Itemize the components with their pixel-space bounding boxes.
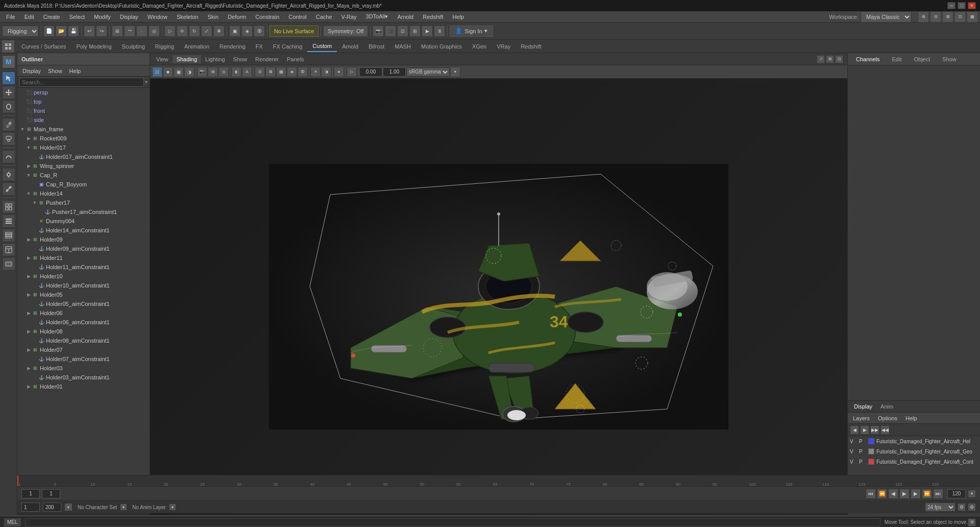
menu-cache[interactable]: Cache	[312, 13, 336, 21]
vp-corner-btn-1[interactable]: ↗	[817, 55, 825, 63]
range-end-field[interactable]	[947, 489, 966, 498]
goto-start-btn[interactable]: ⏮	[866, 489, 876, 499]
tab-arnold[interactable]: Arnold	[337, 41, 363, 52]
tree-item-front[interactable]: ⬛ front	[17, 106, 150, 115]
tree-item-dummy004[interactable]: ✕ Dummy004	[17, 217, 150, 226]
vp-grid-btn[interactable]: ⊞	[208, 67, 218, 77]
scale-tool-btn[interactable]: ⤢	[201, 26, 212, 37]
tree-item-pusher17[interactable]: ▼ ⊞ Pusher17	[17, 198, 150, 207]
tab-fx-caching[interactable]: FX Caching	[268, 41, 307, 52]
snap-grid-btn[interactable]: ⊞	[112, 26, 123, 37]
outliner-display-menu[interactable]: Display	[19, 67, 44, 75]
minimize-button[interactable]: ─	[947, 2, 955, 9]
vp-mode-texture[interactable]: ▣	[174, 67, 184, 77]
snap-normal-btn[interactable]: ⦿	[254, 26, 265, 37]
move-tool-icon[interactable]	[2, 86, 15, 99]
tree-item-holder03-aim[interactable]: ⚓ Holder03_aimConstraint1	[17, 373, 150, 382]
vp-select-btn[interactable]: ▷	[347, 67, 357, 77]
vp-btn-8[interactable]: ◈	[287, 67, 297, 77]
layers-layers-menu[interactable]: Layers	[850, 414, 873, 422]
no-live-surface-btn[interactable]: No Live Surface	[270, 26, 318, 37]
viewport-tab-panels[interactable]: Panels	[283, 55, 308, 63]
next-frame-btn[interactable]: ▶	[911, 489, 921, 499]
ik-handle-icon[interactable]	[2, 182, 15, 196]
ipr-btn[interactable]: ▶	[422, 26, 433, 37]
layout-btn-3[interactable]: ⊠	[942, 11, 953, 22]
status-options-btn[interactable]: ⚙	[968, 518, 976, 526]
viewport-tab-view[interactable]: View	[152, 55, 173, 63]
tree-item-holder09-aim[interactable]: ⚓ Holder09_aimConstraint1	[17, 244, 150, 253]
vp-light-btn[interactable]: ☀	[310, 67, 321, 77]
current-frame-field[interactable]	[21, 489, 40, 498]
goto-end-btn[interactable]: ⏭	[933, 489, 943, 499]
tab-vray[interactable]: VRay	[492, 41, 516, 52]
tab-curves-surfaces[interactable]: Curves / Surfaces	[16, 41, 71, 52]
tree-item-pusher17-aim[interactable]: ⚓ Pusher17_aimConstraint1	[17, 207, 150, 217]
tree-item-holder03[interactable]: ▶ ⊞ Holder03	[17, 364, 150, 373]
menu-create[interactable]: Create	[39, 13, 64, 21]
menu-file[interactable]: File	[2, 13, 19, 21]
render-sequence-btn[interactable]: ⊞	[409, 26, 421, 37]
attr-editor-icon[interactable]	[2, 243, 15, 256]
layout-btn-5[interactable]: ▦	[967, 11, 978, 22]
select-tool-icon[interactable]	[2, 71, 15, 85]
workspace-dropdown[interactable]: Maya Classic	[861, 11, 912, 22]
sign-in-btn[interactable]: 👤 Sign In ▾	[450, 26, 493, 37]
range-start-field[interactable]	[42, 489, 60, 498]
layout-btn-1[interactable]: ⊞	[918, 11, 929, 22]
vp-btn-6[interactable]: ⊠	[265, 67, 276, 77]
tree-item-holder05-aim[interactable]: ⚓ Holder05_aimConstraint1	[17, 299, 150, 308]
gamma-input[interactable]: 1.00	[383, 67, 406, 77]
exposure-field[interactable]: 0.00	[359, 67, 382, 77]
layers-prev-2-btn[interactable]: ◀◀	[880, 425, 890, 435]
snap-curve-btn[interactable]: 〜	[124, 26, 135, 37]
vp-corner-btn-2[interactable]: ⊞	[826, 55, 834, 63]
snap-view-btn[interactable]: ◎	[149, 26, 160, 37]
grid-view-icon[interactable]	[2, 200, 15, 213]
timeline-end-input[interactable]	[43, 502, 61, 512]
camera-btn-2[interactable]: 🎥	[385, 26, 396, 37]
tab-fx[interactable]: FX	[251, 41, 268, 52]
layers-prev-btn[interactable]: ◀	[850, 425, 859, 435]
layout-btn-2[interactable]: ⊟	[930, 11, 941, 22]
fps-select[interactable]: 24 fps	[925, 502, 955, 512]
vp-mode-wireframe[interactable]: ⊡	[152, 67, 162, 77]
step-fwd-btn[interactable]: ⏩	[922, 489, 932, 499]
vp-btn-5[interactable]: ⊟	[255, 67, 265, 77]
symmetry-btn[interactable]: Symmetry: Off	[323, 26, 368, 37]
menu-window[interactable]: Window	[143, 13, 172, 21]
anim-tab[interactable]: Anim	[876, 402, 897, 411]
tree-item-top[interactable]: ⬛ top	[17, 97, 150, 106]
save-scene-btn[interactable]: 💾	[68, 26, 79, 37]
no-anim-layer-options[interactable]: ▾	[169, 504, 176, 511]
vp-ao-btn[interactable]: ●	[334, 67, 344, 77]
viewport-canvas[interactable]: 34	[150, 79, 847, 515]
menu-redshift[interactable]: Redshift	[419, 13, 447, 21]
tree-item-holder10-aim[interactable]: ⚓ Holder10_aimConstraint1	[17, 281, 150, 290]
universal-manip-btn[interactable]: ❖	[213, 26, 225, 37]
tree-item-holder05[interactable]: ▶ ⊞ Holder05	[17, 290, 150, 299]
timeline-range-btn[interactable]: ▾	[64, 503, 72, 511]
tree-item-holder07-aim[interactable]: ⚓ Holder07_aimConstraint1	[17, 354, 150, 364]
tree-item-holder10[interactable]: ▶ ⊞ Holder10	[17, 272, 150, 281]
layers-help-menu[interactable]: Help	[902, 414, 920, 422]
list-view-icon[interactable]	[2, 214, 15, 228]
tab-xgen[interactable]: XGen	[467, 41, 492, 52]
vp-btn-7[interactable]: ▦	[276, 67, 286, 77]
redo-btn[interactable]: ↪	[96, 26, 107, 37]
layers-next-2-btn[interactable]: ▶▶	[870, 425, 879, 435]
paint-tool-icon[interactable]	[2, 118, 15, 131]
tree-item-holder08[interactable]: ▶ ⊞ Holder08	[17, 327, 150, 336]
viewport-tab-lighting[interactable]: Lighting	[201, 55, 229, 63]
script-mode[interactable]: MEL	[4, 518, 21, 526]
menu-edit[interactable]: Edit	[20, 13, 38, 21]
vp-xray-btn[interactable]: ◎	[218, 67, 229, 77]
channels-tab[interactable]: Channels	[852, 55, 884, 63]
menu-skin[interactable]: Skin	[204, 13, 223, 21]
edit-tab[interactable]: Edit	[888, 55, 905, 63]
timeline-ruler[interactable]: 1 5 10 15 20 25 30 35 40 45 50 55 60 65 …	[17, 475, 980, 486]
tree-item-holder06-aim[interactable]: ⚓ Holder06_aimConstraint1	[17, 318, 150, 327]
channel-box-icon[interactable]	[2, 229, 15, 242]
tab-sculpting[interactable]: Sculpting	[117, 41, 150, 52]
snap-point-btn[interactable]: ·	[136, 26, 148, 37]
